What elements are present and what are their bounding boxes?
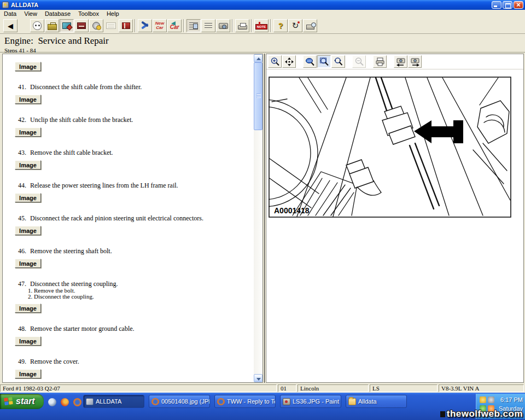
step-number: 44. xyxy=(18,182,27,189)
alldata-icon xyxy=(86,398,94,405)
firefox-icon xyxy=(217,398,225,405)
zoom-in-button[interactable] xyxy=(268,55,282,68)
basics-button-disabled xyxy=(104,19,118,32)
zoom-width-icon xyxy=(334,57,343,67)
image-button[interactable]: Image xyxy=(15,95,41,104)
question-mark-icon: ? xyxy=(278,21,283,30)
printer-icon xyxy=(238,25,247,30)
document-header: Engine: Service and Repair Steps 41 - 84 xyxy=(0,34,525,52)
maintenance-button[interactable] xyxy=(89,19,103,32)
image-button[interactable]: Image xyxy=(15,160,41,170)
menu-help[interactable]: Help xyxy=(103,10,123,18)
image-button[interactable]: Image xyxy=(15,304,41,313)
camera-left-arrow-icon xyxy=(395,57,406,67)
taskbar-button-jpeg[interactable]: 00501408.jpg (JPEG ... xyxy=(149,395,210,408)
article-with-images-button[interactable] xyxy=(186,19,201,32)
scroll-up-button[interactable] xyxy=(254,54,262,62)
start-button[interactable]: start xyxy=(0,394,44,409)
previous-image-button[interactable] xyxy=(394,55,407,68)
article-text-icon xyxy=(205,23,212,29)
taskbar-button-alldata[interactable]: ALLDATA xyxy=(83,395,144,408)
menu-toolbox[interactable]: Toolbox xyxy=(74,10,103,18)
taskbar-button-tww[interactable]: TWW - Reply to Topic... xyxy=(214,395,276,408)
taskbar-button-label: ALLDATA xyxy=(96,398,121,405)
illustration-area: A0001418 xyxy=(267,70,522,381)
main-toolbar: ◀ New Car Car NOTE ? ↻ xyxy=(0,18,525,34)
scroll-down-button[interactable] xyxy=(254,374,262,382)
print-image-button[interactable] xyxy=(373,55,387,68)
step-item-44: 44.Release the power steering lines from… xyxy=(18,182,253,189)
swirl-icon[interactable] xyxy=(48,398,56,406)
close-button[interactable] xyxy=(514,1,523,9)
taskbar-button-paint[interactable]: LS36.JPG - Paint xyxy=(280,395,341,408)
zoom-fit-button[interactable] xyxy=(317,55,331,68)
image-button[interactable]: Image xyxy=(15,336,41,346)
pan-button[interactable] xyxy=(282,55,296,68)
image-button[interactable]: Image xyxy=(15,127,41,137)
mascot-icon xyxy=(33,21,42,30)
svg-text:100: 100 xyxy=(307,59,312,62)
image-button[interactable]: Image xyxy=(15,62,41,71)
back-button[interactable]: ◀ xyxy=(3,19,18,32)
image-button[interactable]: Image xyxy=(15,193,41,202)
substep-item: 2. Disconnect the coupling. xyxy=(28,294,253,300)
image-pane: 100 xyxy=(266,54,524,383)
app-icon xyxy=(2,2,9,8)
article-with-images-icon xyxy=(189,22,198,30)
next-image-button[interactable] xyxy=(408,55,422,68)
step-number: 46. xyxy=(18,248,27,255)
step-item-48: 48.Remove the starter motor ground cable… xyxy=(18,325,253,332)
zoom-100-button[interactable]: 100 xyxy=(303,55,317,68)
taskbar-button-folder[interactable]: Alldata xyxy=(346,395,407,408)
crescent-icon[interactable] xyxy=(61,398,69,406)
gray-status-icon[interactable] xyxy=(488,396,494,403)
step-item-45: 45.Disconnect the rack and pinion steeri… xyxy=(18,215,253,222)
yellow-status-icon[interactable] xyxy=(480,396,486,403)
vertical-scrollbar[interactable] xyxy=(254,54,262,382)
step-text: Disconnect the shift cable from the shif… xyxy=(30,83,142,91)
step-number: 45. xyxy=(18,215,27,222)
figure-label: A0001418 xyxy=(274,206,310,215)
menu-bar: Data View Database Toolbox Help xyxy=(0,10,525,18)
menu-view[interactable]: View xyxy=(20,10,41,18)
image-button[interactable]: Image xyxy=(15,259,41,268)
camera-icon xyxy=(219,23,228,29)
mascot-button[interactable] xyxy=(30,19,44,32)
new-car-icon: New Car xyxy=(153,21,166,30)
printer-icon xyxy=(375,57,385,67)
print-preview-button[interactable] xyxy=(303,19,317,32)
image-button[interactable]: Image xyxy=(15,369,41,378)
step-number: 48. xyxy=(18,325,27,332)
tsb-button[interactable] xyxy=(74,19,89,32)
car-select-button[interactable]: Car xyxy=(167,19,182,32)
library-button[interactable] xyxy=(119,19,133,32)
tsb-icon xyxy=(77,22,86,29)
step-number: 43. xyxy=(18,149,27,156)
image-button[interactable]: Image xyxy=(15,226,41,235)
help-button[interactable]: ? xyxy=(273,19,288,32)
step-item-42: 42.Unclip the shift cable from the brack… xyxy=(18,116,253,124)
print-preview-icon xyxy=(306,25,314,30)
minimize-button[interactable] xyxy=(492,1,501,9)
vehicle-data-button[interactable] xyxy=(60,19,74,32)
status-engine: V8-3.9L VIN A xyxy=(439,384,524,392)
note-button[interactable]: NOTE xyxy=(254,19,269,32)
new-car-button[interactable]: New Car xyxy=(153,19,167,32)
images-button[interactable] xyxy=(216,19,230,32)
refresh-button[interactable]: ↻ xyxy=(288,19,302,32)
zoom-in-icon xyxy=(270,57,280,67)
zoom-width-button[interactable] xyxy=(331,55,345,68)
print-button[interactable] xyxy=(235,19,249,32)
menu-data[interactable]: Data xyxy=(0,10,20,18)
menu-database[interactable]: Database xyxy=(41,10,74,18)
taskbar: start ALLDATA 00501408.jpg (JPEG ... TWW… xyxy=(0,393,525,420)
firefox-icon[interactable] xyxy=(73,398,81,406)
step-text: Disconnect the rack and pinion steering … xyxy=(30,214,203,222)
scrollbar-thumb[interactable] xyxy=(254,62,262,130)
restore-button[interactable] xyxy=(503,1,512,9)
technical-illustration: A0001418 xyxy=(269,77,512,219)
article-text-button[interactable] xyxy=(201,19,215,32)
tools-button[interactable] xyxy=(138,19,152,32)
toolbox-kit-button[interactable] xyxy=(45,19,59,32)
document-disabled-icon xyxy=(106,22,116,29)
